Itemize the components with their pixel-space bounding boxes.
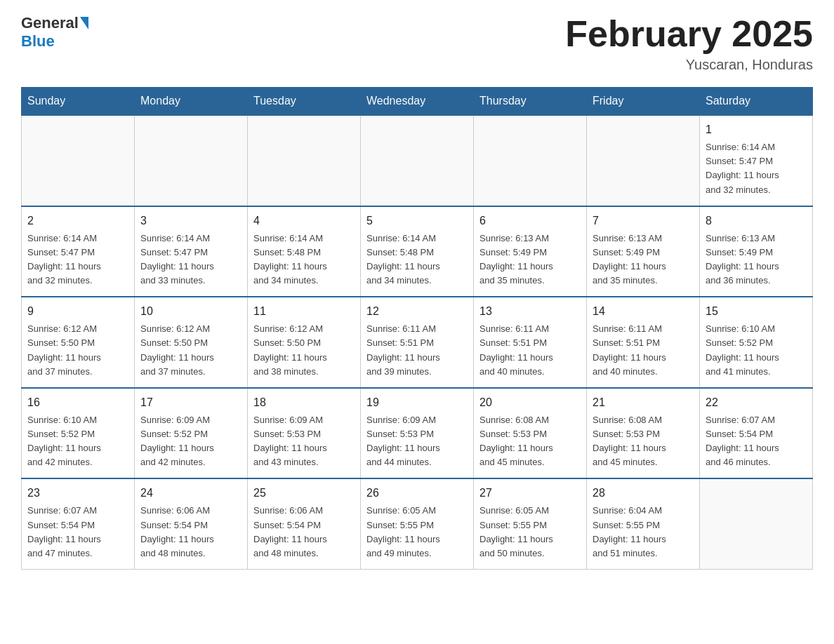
day-number: 16 (27, 394, 128, 411)
calendar-cell: 20Sunrise: 6:08 AMSunset: 5:53 PMDayligh… (474, 388, 587, 479)
calendar-cell: 1Sunrise: 6:14 AMSunset: 5:47 PMDaylight… (700, 115, 813, 206)
calendar-cell: 16Sunrise: 6:10 AMSunset: 5:52 PMDayligh… (22, 388, 135, 479)
calendar-cell: 12Sunrise: 6:11 AMSunset: 5:51 PMDayligh… (361, 297, 474, 388)
logo-general-text: General (21, 14, 79, 32)
day-number: 4 (253, 213, 355, 229)
calendar-cell: 2Sunrise: 6:14 AMSunset: 5:47 PMDaylight… (22, 206, 135, 297)
location-subtitle: Yuscaran, Honduras (565, 57, 813, 73)
calendar-cell (248, 115, 361, 206)
day-number: 12 (366, 303, 468, 320)
page-header: General Blue February 2025 Yuscaran, Hon… (21, 14, 813, 73)
day-number: 27 (479, 485, 581, 502)
day-info: Sunrise: 6:04 AMSunset: 5:55 PMDaylight:… (593, 504, 694, 561)
day-info: Sunrise: 6:09 AMSunset: 5:52 PMDaylight:… (140, 413, 241, 470)
calendar-cell: 23Sunrise: 6:07 AMSunset: 5:54 PMDayligh… (22, 478, 135, 569)
day-info: Sunrise: 6:14 AMSunset: 5:47 PMDaylight:… (706, 140, 807, 197)
calendar-cell: 17Sunrise: 6:09 AMSunset: 5:52 PMDayligh… (135, 388, 248, 479)
calendar-cell (474, 115, 587, 206)
day-info: Sunrise: 6:07 AMSunset: 5:54 PMDaylight:… (27, 504, 128, 561)
day-info: Sunrise: 6:14 AMSunset: 5:47 PMDaylight:… (140, 232, 241, 288)
day-number: 23 (27, 485, 128, 502)
calendar-cell: 6Sunrise: 6:13 AMSunset: 5:49 PMDaylight… (474, 206, 587, 297)
weekday-header-thursday: Thursday (474, 88, 587, 116)
day-number: 14 (593, 303, 694, 320)
day-number: 24 (140, 485, 241, 502)
day-number: 1 (706, 121, 807, 138)
weekday-header-tuesday: Tuesday (248, 88, 361, 116)
day-info: Sunrise: 6:14 AMSunset: 5:48 PMDaylight:… (366, 232, 468, 288)
day-info: Sunrise: 6:13 AMSunset: 5:49 PMDaylight:… (706, 232, 807, 288)
calendar-cell: 13Sunrise: 6:11 AMSunset: 5:51 PMDayligh… (474, 297, 587, 388)
week-row-2: 2Sunrise: 6:14 AMSunset: 5:47 PMDaylight… (22, 206, 813, 297)
calendar-cell: 26Sunrise: 6:05 AMSunset: 5:55 PMDayligh… (361, 478, 474, 569)
day-info: Sunrise: 6:11 AMSunset: 5:51 PMDaylight:… (366, 322, 468, 379)
logo-triangle-icon (80, 17, 88, 29)
day-info: Sunrise: 6:07 AMSunset: 5:54 PMDaylight:… (706, 413, 807, 470)
day-info: Sunrise: 6:11 AMSunset: 5:51 PMDaylight:… (479, 322, 581, 379)
calendar-cell: 24Sunrise: 6:06 AMSunset: 5:54 PMDayligh… (135, 478, 248, 569)
day-number: 15 (706, 303, 807, 320)
calendar-cell: 3Sunrise: 6:14 AMSunset: 5:47 PMDaylight… (135, 206, 248, 297)
day-info: Sunrise: 6:09 AMSunset: 5:53 PMDaylight:… (366, 413, 468, 470)
day-number: 18 (253, 394, 355, 411)
day-number: 3 (140, 213, 241, 229)
calendar-cell: 19Sunrise: 6:09 AMSunset: 5:53 PMDayligh… (361, 388, 474, 479)
week-row-3: 9Sunrise: 6:12 AMSunset: 5:50 PMDaylight… (22, 297, 813, 388)
day-info: Sunrise: 6:09 AMSunset: 5:53 PMDaylight:… (253, 413, 355, 470)
day-number: 5 (366, 213, 468, 229)
day-number: 10 (140, 303, 241, 320)
weekday-header-wednesday: Wednesday (361, 88, 474, 116)
day-number: 2 (27, 213, 128, 229)
calendar-cell (22, 115, 135, 206)
calendar-cell: 28Sunrise: 6:04 AMSunset: 5:55 PMDayligh… (587, 478, 700, 569)
day-info: Sunrise: 6:05 AMSunset: 5:55 PMDaylight:… (366, 504, 468, 561)
day-number: 9 (27, 303, 128, 320)
calendar-cell: 8Sunrise: 6:13 AMSunset: 5:49 PMDaylight… (700, 206, 813, 297)
day-info: Sunrise: 6:08 AMSunset: 5:53 PMDaylight:… (593, 413, 694, 470)
day-number: 11 (253, 303, 355, 320)
weekday-header-monday: Monday (135, 88, 248, 116)
calendar-cell (135, 115, 248, 206)
day-info: Sunrise: 6:14 AMSunset: 5:48 PMDaylight:… (253, 232, 355, 288)
day-info: Sunrise: 6:12 AMSunset: 5:50 PMDaylight:… (140, 322, 241, 379)
calendar-cell: 18Sunrise: 6:09 AMSunset: 5:53 PMDayligh… (248, 388, 361, 479)
logo: General Blue (21, 14, 90, 51)
week-row-5: 23Sunrise: 6:07 AMSunset: 5:54 PMDayligh… (22, 478, 813, 569)
calendar-cell (700, 478, 813, 569)
weekday-header-saturday: Saturday (700, 88, 813, 116)
day-number: 8 (706, 213, 807, 229)
day-info: Sunrise: 6:12 AMSunset: 5:50 PMDaylight:… (253, 322, 355, 379)
day-number: 17 (140, 394, 241, 411)
weekday-header-row: SundayMondayTuesdayWednesdayThursdayFrid… (22, 88, 813, 116)
day-number: 13 (479, 303, 581, 320)
weekday-header-friday: Friday (587, 88, 700, 116)
calendar-cell: 15Sunrise: 6:10 AMSunset: 5:52 PMDayligh… (700, 297, 813, 388)
day-number: 7 (593, 213, 694, 229)
calendar-cell: 22Sunrise: 6:07 AMSunset: 5:54 PMDayligh… (700, 388, 813, 479)
day-info: Sunrise: 6:14 AMSunset: 5:47 PMDaylight:… (27, 232, 128, 288)
week-row-1: 1Sunrise: 6:14 AMSunset: 5:47 PMDaylight… (22, 115, 813, 206)
day-info: Sunrise: 6:11 AMSunset: 5:51 PMDaylight:… (593, 322, 694, 379)
day-number: 22 (706, 394, 807, 411)
title-section: February 2025 Yuscaran, Honduras (565, 14, 813, 73)
calendar-cell (587, 115, 700, 206)
calendar-cell: 9Sunrise: 6:12 AMSunset: 5:50 PMDaylight… (22, 297, 135, 388)
calendar-cell: 5Sunrise: 6:14 AMSunset: 5:48 PMDaylight… (361, 206, 474, 297)
calendar-cell: 11Sunrise: 6:12 AMSunset: 5:50 PMDayligh… (248, 297, 361, 388)
day-info: Sunrise: 6:10 AMSunset: 5:52 PMDaylight:… (706, 322, 807, 379)
day-info: Sunrise: 6:13 AMSunset: 5:49 PMDaylight:… (479, 232, 581, 288)
day-info: Sunrise: 6:08 AMSunset: 5:53 PMDaylight:… (479, 413, 581, 470)
calendar-cell: 14Sunrise: 6:11 AMSunset: 5:51 PMDayligh… (587, 297, 700, 388)
calendar-table: SundayMondayTuesdayWednesdayThursdayFrid… (21, 87, 813, 570)
day-number: 20 (479, 394, 581, 411)
calendar-cell: 10Sunrise: 6:12 AMSunset: 5:50 PMDayligh… (135, 297, 248, 388)
day-number: 25 (253, 485, 355, 502)
day-info: Sunrise: 6:06 AMSunset: 5:54 PMDaylight:… (253, 504, 355, 561)
calendar-cell: 27Sunrise: 6:05 AMSunset: 5:55 PMDayligh… (474, 478, 587, 569)
day-info: Sunrise: 6:06 AMSunset: 5:54 PMDaylight:… (140, 504, 241, 561)
calendar-cell: 25Sunrise: 6:06 AMSunset: 5:54 PMDayligh… (248, 478, 361, 569)
day-info: Sunrise: 6:05 AMSunset: 5:55 PMDaylight:… (479, 504, 581, 561)
day-number: 19 (366, 394, 468, 411)
day-info: Sunrise: 6:10 AMSunset: 5:52 PMDaylight:… (27, 413, 128, 470)
calendar-cell: 7Sunrise: 6:13 AMSunset: 5:49 PMDaylight… (587, 206, 700, 297)
